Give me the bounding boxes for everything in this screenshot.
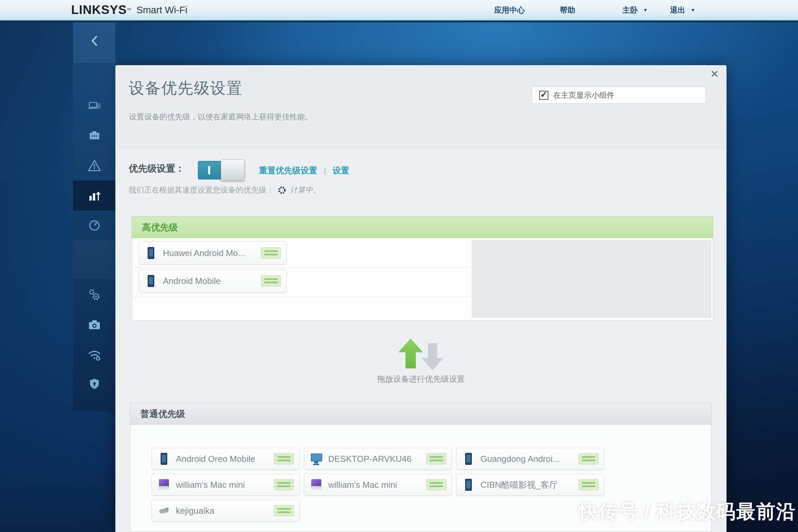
trademark-mark: ™ — [127, 5, 131, 15]
reset-priority-link[interactable]: 重置优先级设置 — [259, 165, 317, 176]
drag-handle-icon[interactable] — [261, 275, 281, 287]
sidebar — [73, 20, 115, 411]
chevron-left-icon — [90, 34, 99, 48]
back-button[interactable] — [73, 20, 115, 62]
device-name: Huawei Android Mo... — [163, 248, 261, 258]
drag-handle-icon[interactable] — [578, 479, 598, 491]
high-priority-section: 高优先级 Huawei Android Mo... Android Mobile — [132, 216, 713, 321]
device-card[interactable]: william's Mac mini — [304, 474, 452, 496]
sidebar-group-lower — [73, 280, 115, 399]
phone-device-icon — [462, 477, 475, 492]
sidebar-item[interactable] — [73, 369, 115, 399]
link-separator: | — [324, 166, 326, 175]
parental-controls-icon — [88, 159, 101, 172]
desktop-device-icon — [310, 452, 323, 466]
drag-handle-icon[interactable] — [274, 505, 294, 516]
media-prioritization-icon — [88, 189, 101, 202]
sidebar-section-gap — [73, 241, 115, 280]
drag-handle-icon[interactable] — [578, 453, 598, 464]
phone-device-icon — [145, 274, 158, 288]
close-button[interactable] — [709, 69, 720, 79]
sidebar-item[interactable] — [73, 340, 115, 369]
linksys-smart-wifi-page: LINKSYS ™ Smart Wi-Fi 应用中心 ▼ 帮助 ▼ 主卧 ▼ 退… — [0, 0, 798, 532]
unknown-device-icon — [158, 504, 171, 518]
priority-status-row: 我们正在根据其速度设置您设备的优先级： 计算中。 — [129, 185, 321, 195]
device-name: william's Mac mini — [328, 480, 426, 490]
sidebar-group-upper — [73, 91, 115, 241]
priority-links: 重置优先级设置 | 设置 — [259, 165, 349, 176]
normal-priority-device-list: Android Oreo Mobile DESKTOP-ARVKU46 Guan… — [152, 448, 617, 522]
security-icon — [88, 378, 101, 391]
linksys-logo: LINKSYS — [71, 3, 127, 17]
toggle-knob[interactable] — [221, 159, 245, 181]
device-name: Android Oreo Mobile — [176, 454, 274, 464]
guest-access-icon — [88, 130, 101, 141]
connectivity-icon — [88, 288, 101, 301]
wireless-icon — [87, 348, 102, 361]
drag-handle-icon[interactable] — [261, 247, 281, 259]
priority-settings-label: 优先级设置： — [129, 162, 185, 175]
drag-handle-icon[interactable] — [274, 479, 294, 491]
device-card[interactable]: Huawei Android Mo... — [139, 241, 287, 265]
drag-handle-icon[interactable] — [426, 479, 446, 491]
drag-handle-icon[interactable] — [426, 453, 446, 464]
product-name: Smart Wi-Fi — [136, 5, 187, 16]
brand: LINKSYS ™ Smart Wi-Fi — [71, 0, 187, 20]
arrow-down-icon — [422, 343, 443, 370]
device-card[interactable]: Android Oreo Mobile — [152, 448, 300, 470]
device-card[interactable]: Guangdong Androi... — [456, 448, 604, 470]
device-card[interactable]: william's Mac mini — [152, 474, 300, 496]
sidebar-item[interactable] — [73, 309, 115, 340]
device-card[interactable]: DESKTOP-ARVKU46 — [304, 448, 452, 470]
sidebar-item[interactable] — [73, 91, 115, 121]
chevron-down-icon: ▼ — [643, 7, 648, 13]
device-prioritization-panel: 设备优先级设置 设置设备的优先级，以便在家庭网络上获得更佳性能。 ✓ 在主页显示… — [115, 65, 726, 532]
high-priority-header: 高优先级 — [132, 216, 713, 238]
device-card[interactable]: Android Mobile — [139, 269, 287, 292]
troubleshooting-icon — [88, 318, 101, 331]
show-widget-checkbox[interactable]: ✓ — [539, 91, 548, 100]
active-item-notch — [115, 191, 120, 200]
device-name: CIBN酷喵影视_客厅 — [480, 479, 578, 491]
show-widget-option: ✓ 在主页显示小组件 — [532, 87, 706, 104]
header-divider — [0, 21, 798, 22]
sidebar-item[interactable] — [73, 180, 115, 210]
priority-toggle[interactable] — [198, 161, 244, 179]
sidebar-item[interactable] — [73, 210, 115, 241]
page-subtitle: 设置设备的优先级，以便在家庭网络上获得更佳性能。 — [129, 112, 312, 122]
toggle-on-mark — [208, 166, 210, 174]
drag-hint-text: 拖放设备进行优先级设置 — [115, 374, 726, 384]
status-text: 我们正在根据其速度设置您设备的优先级： — [129, 185, 274, 195]
top-header: LINKSYS ™ Smart Wi-Fi 应用中心 ▼ 帮助 ▼ 主卧 ▼ 退… — [0, 0, 798, 21]
panel-header: 设备优先级设置 设置设备的优先级，以便在家庭网络上获得更佳性能。 ✓ 在主页显示… — [115, 65, 726, 148]
device-card[interactable]: kejiguaika — [152, 500, 300, 522]
spinner-gear-icon — [277, 186, 287, 195]
checkmark-icon: ✓ — [540, 91, 547, 99]
device-name: DESKTOP-ARVKU46 — [328, 454, 426, 464]
device-name: kejiguaika — [176, 506, 274, 516]
nav-item[interactable]: 帮助 ▼ — [535, 0, 600, 20]
normal-priority-header: 普通优先级 — [130, 403, 711, 424]
device-card[interactable]: CIBN酷喵影视_客厅 — [456, 474, 604, 496]
sidebar-item[interactable] — [73, 121, 115, 151]
sidebar-spacer — [73, 62, 115, 91]
chevron-down-icon: ▼ — [690, 7, 695, 13]
sidebar-item[interactable] — [73, 151, 115, 180]
page-title: 设备优先级设置 — [129, 78, 243, 99]
phone-device-icon — [145, 246, 158, 260]
settings-link[interactable]: 设置 — [332, 165, 349, 176]
drag-handle-icon[interactable] — [274, 453, 294, 464]
device-name: Guangdong Androi... — [480, 454, 578, 464]
devices-icon — [88, 99, 101, 112]
phone-device-icon — [462, 452, 475, 466]
nav-item[interactable]: 退出 ▼ — [670, 0, 695, 20]
nav-item[interactable]: 应用中心 ▼ — [484, 0, 535, 20]
sidebar-item[interactable] — [73, 280, 115, 309]
mac-device-icon — [310, 477, 323, 492]
show-widget-label: 在主页显示小组件 — [553, 90, 614, 100]
nav-item[interactable]: 主卧 ▼ — [600, 0, 670, 20]
phone-device-icon — [158, 452, 171, 466]
arrow-up-icon — [398, 339, 423, 368]
device-name: Android Mobile — [163, 276, 261, 286]
priority-arrows — [115, 339, 726, 370]
